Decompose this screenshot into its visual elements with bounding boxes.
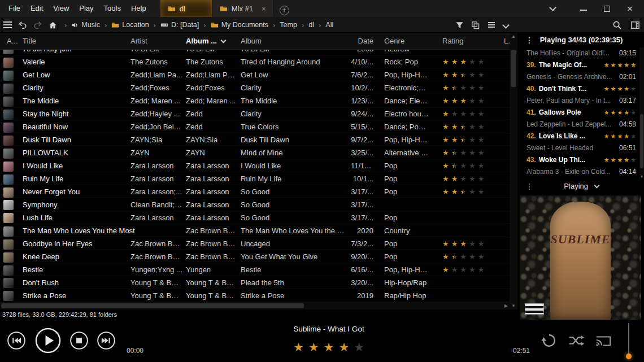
star-icon[interactable]: ★ xyxy=(604,62,610,68)
star-icon[interactable]: ★ xyxy=(460,266,467,273)
star-icon[interactable]: ★ xyxy=(611,62,616,68)
star-icon[interactable]: ★ xyxy=(451,175,458,182)
star-icon[interactable]: ★ xyxy=(604,133,610,139)
queue-track[interactable]: 39.The Magic Of...★★★★★ xyxy=(519,59,639,71)
star-icon[interactable]: ★ xyxy=(469,253,476,260)
star-icon[interactable]: ★ xyxy=(478,162,485,169)
redo-icon[interactable] xyxy=(33,20,42,29)
menu-tools[interactable]: Tools xyxy=(99,0,126,17)
table-row[interactable]: Ruin My LifeZara LarssonZara LarssonRuin… xyxy=(0,172,510,185)
scroll-down-icon[interactable]: ▼ xyxy=(510,303,517,308)
undo-icon[interactable] xyxy=(18,20,27,29)
star-icon[interactable]: ★ xyxy=(604,86,610,92)
star-icon[interactable]: ★ xyxy=(308,341,319,353)
star-icon[interactable]: ★ xyxy=(451,149,458,156)
filter-icon[interactable] xyxy=(455,21,464,29)
star-icon[interactable]: ★ xyxy=(630,133,636,139)
star-icon[interactable]: ★ xyxy=(460,175,467,182)
star-icon[interactable]: ★ xyxy=(469,188,476,195)
cast-icon[interactable] xyxy=(595,332,612,351)
previous-button[interactable] xyxy=(6,330,27,353)
star-icon[interactable]: ★ xyxy=(469,175,476,182)
breadcrumb-item-dl[interactable]: dl xyxy=(308,21,314,29)
table-row[interactable]: ValerieThe ZutonsThe ZutonsTired of Hang… xyxy=(0,55,510,68)
star-icon[interactable]: ★ xyxy=(624,62,629,68)
star-icon[interactable]: ★ xyxy=(478,84,485,91)
star-icon[interactable]: ★ xyxy=(630,86,636,92)
star-icon[interactable]: ★ xyxy=(451,136,458,143)
star-icon[interactable]: ★ xyxy=(460,149,467,156)
table-row[interactable]: The MiddleZedd; Maren ...Zedd; Maren ...… xyxy=(0,94,510,107)
add-tab-button[interactable]: + xyxy=(280,6,289,15)
stop-button[interactable] xyxy=(69,330,89,353)
star-icon[interactable]: ★ xyxy=(460,58,467,66)
queue-track[interactable]: 40.Don't Think T...★★★★★ xyxy=(519,83,639,95)
table-row[interactable]: Never Forget YouZara Larsson;...Zara Lar… xyxy=(0,185,510,198)
view-options-icon[interactable] xyxy=(487,20,496,29)
menu-help[interactable]: Help xyxy=(126,0,151,17)
star-icon[interactable]: ★ xyxy=(451,58,458,66)
queue-subtitle[interactable]: Led Zeppelin - Led Zeppel...04:58 xyxy=(519,119,639,130)
star-icon[interactable]: ★ xyxy=(611,133,616,139)
star-icon[interactable]: ★ xyxy=(469,162,476,169)
star-icon[interactable]: ★ xyxy=(469,110,476,117)
horizontal-scroll-thumb[interactable] xyxy=(1,303,304,308)
star-icon[interactable]: ★ xyxy=(451,123,458,130)
star-icon[interactable]: ★ xyxy=(478,175,485,182)
star-icon[interactable]: ★ xyxy=(624,110,629,116)
star-icon[interactable]: ★ xyxy=(460,162,467,169)
table-row[interactable]: ClarityZedd;FoxesZedd;FoxesClarity10/2/.… xyxy=(0,81,510,94)
star-icon[interactable]: ★ xyxy=(451,266,458,273)
panel-layout-icon[interactable] xyxy=(630,20,640,30)
star-icon[interactable]: ★ xyxy=(611,157,616,163)
table-row[interactable]: Don't RushYoung T & Bug...Young T & Bug.… xyxy=(0,276,510,289)
star-icon[interactable]: ★ xyxy=(451,97,458,104)
star-icon[interactable]: ★ xyxy=(617,62,623,68)
view-chevron-icon[interactable] xyxy=(502,21,510,29)
star-icon[interactable]: ★ xyxy=(460,84,467,91)
star-icon[interactable]: ★ xyxy=(630,62,636,68)
queue-track[interactable]: 41.Gallows Pole★★★★★ xyxy=(519,107,639,119)
star-icon[interactable]: ★ xyxy=(617,157,623,163)
queue-track[interactable]: 42.Love Is Like ...★★★★★ xyxy=(519,130,639,142)
star-icon[interactable]: ★ xyxy=(469,97,476,104)
queue-scroll-thumb[interactable] xyxy=(640,114,643,168)
star-icon[interactable]: ★ xyxy=(442,136,449,143)
star-icon[interactable]: ★ xyxy=(469,149,476,156)
breadcrumb-item-d-data-[interactable]: D: [Data] xyxy=(160,21,199,29)
breadcrumb-item-temp[interactable]: Temp xyxy=(280,21,297,29)
next-button[interactable] xyxy=(96,330,116,353)
star-icon[interactable]: ★ xyxy=(451,240,458,247)
scroll-right-icon[interactable]: ▶ xyxy=(504,303,508,308)
queue-scroll-down-icon[interactable]: ▼ xyxy=(639,175,644,178)
star-icon[interactable]: ★ xyxy=(442,162,449,169)
star-icon[interactable]: ★ xyxy=(617,133,623,139)
table-row[interactable]: Lush LifeZara LarssonZara LarssonSo Good… xyxy=(0,211,510,224)
minimize-button[interactable] xyxy=(580,10,587,11)
menu-file[interactable]: File xyxy=(3,0,25,17)
star-icon[interactable]: ★ xyxy=(624,157,629,163)
now-playing-track-title[interactable]: Sublime - What I Got xyxy=(210,325,447,333)
star-icon[interactable]: ★ xyxy=(442,71,449,78)
star-icon[interactable]: ★ xyxy=(324,341,334,353)
queue-subtitle[interactable]: Peter, Paul and Mary - In t...03:17 xyxy=(519,95,639,107)
search-icon[interactable] xyxy=(612,20,622,30)
volume-thumb[interactable] xyxy=(626,354,632,359)
star-icon[interactable]: ★ xyxy=(478,110,485,117)
star-icon[interactable]: ★ xyxy=(460,136,467,143)
star-icon[interactable]: ★ xyxy=(469,123,476,130)
column-header-genre[interactable]: Genre xyxy=(375,33,433,50)
vertical-scrollbar[interactable]: ▲ ▼ xyxy=(510,33,517,309)
star-icon[interactable]: ★ xyxy=(478,253,485,260)
column-header-l[interactable]: L... xyxy=(485,33,510,50)
star-icon[interactable]: ★ xyxy=(442,175,449,182)
queue-subtitle[interactable]: The Hollies - Original Oldi...03:15 xyxy=(519,47,639,59)
star-icon[interactable]: ★ xyxy=(478,188,485,195)
table-row[interactable]: I Would LikeZara LarssonZara LarssonI Wo… xyxy=(0,159,510,172)
star-icon[interactable]: ★ xyxy=(478,71,485,78)
volume-slider[interactable] xyxy=(624,323,634,360)
queue-subtitle[interactable]: Alabama 3 - Exile on Cold...04:14 xyxy=(519,166,639,178)
main-menu-icon[interactable] xyxy=(3,21,12,28)
star-icon[interactable]: ★ xyxy=(460,123,467,130)
album-art[interactable]: SUBLIME xyxy=(520,195,641,320)
